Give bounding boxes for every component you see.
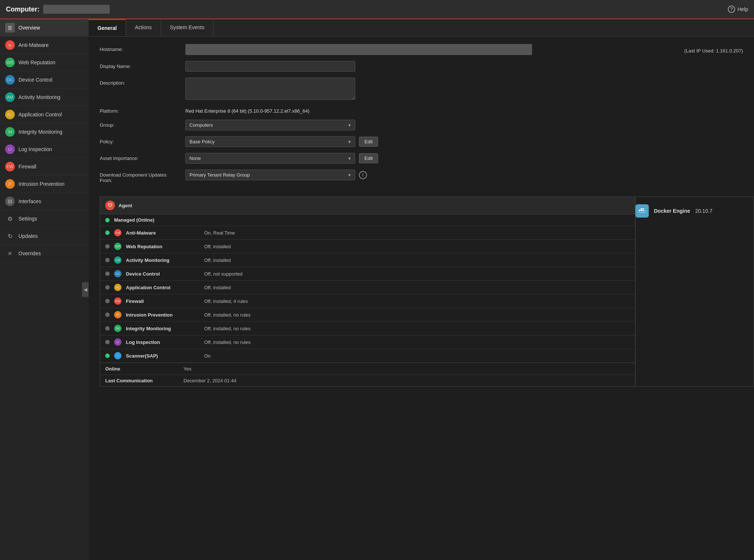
status-icon-appcontrol: AC: [114, 284, 121, 291]
webreputation-icon: WR: [5, 58, 15, 67]
group-wrap: Computers ▼: [185, 120, 743, 130]
docker-name: Docker Engine: [654, 208, 690, 214]
sidebar-item-anti-malware[interactable]: ☣ Anti-Malware: [0, 37, 89, 54]
sidebar-item-device-control[interactable]: DC Device Control: [0, 71, 89, 89]
tab-general[interactable]: General: [89, 19, 126, 36]
download-updates-label: Download Component Updates From:: [100, 170, 181, 183]
status-icon-devicecontrol: DC: [114, 270, 121, 277]
status-value-firewall: Off, installed, 4 rules: [204, 298, 248, 304]
status-row-integritymonitoring: IM Integrity Monitoring Off, installed, …: [100, 322, 635, 335]
display-name-row: Display Name:: [100, 61, 743, 72]
status-dot-loginspection: [105, 340, 110, 344]
status-icon-activitymonitoring: AM: [114, 256, 121, 264]
platform-value: Red Hat Enterprise 8 (64 bit) (5.10.0-95…: [185, 106, 309, 114]
status-value-webreputation: Off, installed: [204, 244, 231, 249]
sidebar-item-settings[interactable]: ⚙ Settings: [0, 210, 89, 228]
status-name-appcontrol: Application Control: [126, 285, 200, 290]
sidebar-item-updates[interactable]: ↻ Updates: [0, 228, 89, 245]
status-row-managed: Managed (Online): [100, 214, 635, 226]
integritymonitoring-icon: IM: [5, 127, 15, 137]
status-value-activitymonitoring: Off, installed: [204, 257, 231, 263]
sidebar-item-overrides[interactable]: ✕ Overrides: [0, 245, 89, 262]
sidebar-item-interfaces[interactable]: ⊟ Interfaces: [0, 193, 89, 210]
sidebar-item-application-control[interactable]: AC Application Control: [0, 106, 89, 123]
sidebar-item-overview[interactable]: ☰ Overview: [0, 19, 89, 37]
sidebar-item-log-inspection[interactable]: LI Log Inspection: [0, 141, 89, 158]
sidebar-label-overview: Overview: [18, 25, 40, 31]
last-ip-text: (Last IP Used: 1.161.0.207): [684, 45, 743, 54]
status-name-webreputation: Web Reputation: [126, 244, 200, 249]
sidebar-collapse-button[interactable]: ◀: [82, 282, 89, 297]
status-dot-managed: [105, 218, 110, 222]
overrides-icon: ✕: [5, 249, 15, 258]
hostname-wrap: (Last IP Used: 1.161.0.207): [185, 44, 743, 55]
platform-label: Platform:: [100, 106, 181, 114]
status-value-loginspection: Off, installed, no rules: [204, 339, 251, 345]
status-row-appcontrol: AC Application Control Off, installed: [100, 281, 635, 294]
policy-label: Policy:: [100, 136, 181, 144]
status-name-activitymonitoring: Activity Monitoring: [126, 257, 200, 263]
tab-bar: General Actions System Events: [89, 19, 754, 37]
description-label: Description:: [100, 78, 181, 86]
firewall-icon: FW: [5, 162, 15, 171]
status-dot-intrusion: [105, 313, 110, 317]
agent-icon: 🛡: [105, 201, 115, 210]
display-name-wrap: [185, 61, 743, 72]
status-row-devicecontrol: DC Device Control Off, not supported: [100, 267, 635, 281]
asset-edit-button[interactable]: Edit: [359, 153, 378, 163]
title-area: Computer:: [6, 5, 110, 14]
sidebar-label-intrusion: Intrusion Prevention: [18, 181, 65, 187]
description-row: Description:: [100, 78, 743, 100]
right-docker-panel: Docker Engine 20.10.7: [635, 197, 754, 386]
asset-importance-row: Asset Importance: None ▼ Edit: [100, 153, 743, 164]
help-button[interactable]: ? Help: [728, 6, 748, 13]
platform-row: Platform: Red Hat Enterprise 8 (64 bit) …: [100, 106, 743, 114]
sidebar-item-intrusion-prevention[interactable]: IP Intrusion Prevention: [0, 175, 89, 193]
status-row-loginspection: LI Log Inspection Off, installed, no rul…: [100, 335, 635, 349]
interfaces-icon: ⊟: [5, 197, 15, 206]
status-name-antimalware: Anti-Malware: [126, 230, 200, 236]
sidebar-item-firewall[interactable]: FW Firewall: [0, 158, 89, 175]
status-value-scanner: On: [204, 353, 210, 359]
asset-importance-select[interactable]: None: [185, 153, 355, 164]
sidebar-label-devicecontrol: Device Control: [18, 77, 52, 83]
status-row-intrusion: IP Intrusion Prevention Off, installed, …: [100, 308, 635, 322]
antimalware-icon: ☣: [5, 40, 15, 50]
policy-select[interactable]: Base Policy: [185, 136, 355, 147]
tab-system-events[interactable]: System Events: [161, 19, 213, 36]
sidebar-label-activitymonitoring: Activity Monitoring: [18, 94, 61, 100]
hostname-label: Hostname:: [100, 44, 181, 52]
download-updates-select[interactable]: Primary Tenant Relay Group: [185, 170, 355, 180]
status-icon-webreputation: WR: [114, 243, 121, 250]
group-select[interactable]: Computers: [185, 120, 355, 130]
description-textarea[interactable]: [185, 78, 355, 100]
sidebar-item-integrity-monitoring[interactable]: IM Integrity Monitoring: [0, 123, 89, 141]
tab-actions[interactable]: Actions: [126, 19, 161, 36]
last-comm-row: Last Communication December 2, 2024 01:4…: [100, 375, 635, 386]
download-updates-row: Download Component Updates From: Primary…: [100, 170, 743, 183]
status-name-devicecontrol: Device Control: [126, 271, 200, 277]
group-label: Group:: [100, 120, 181, 128]
status-name-loginspection: Log Inspection: [126, 339, 200, 345]
policy-edit-button[interactable]: Edit: [359, 137, 378, 147]
svg-rect-4: [642, 208, 644, 209]
main-layout: ☰ Overview ☣ Anti-Malware WR Web Reputat…: [0, 19, 754, 560]
status-value-integritymonitoring: Off, installed, no rules: [204, 326, 251, 331]
display-name-input[interactable]: [185, 61, 355, 72]
status-panels: 🛡 Agent Managed (Online) AM Anti-Malware…: [100, 197, 754, 387]
status-value-intrusion: Off, installed, no rules: [204, 312, 251, 318]
info-icon[interactable]: i: [359, 171, 367, 179]
content-area: General Actions System Events Hostname: …: [89, 19, 754, 560]
download-updates-wrap: Primary Tenant Relay Group ▼ i: [185, 170, 743, 180]
sidebar-item-activity-monitoring[interactable]: AM Activity Monitoring: [0, 89, 89, 106]
sidebar-label-integritymonitoring: Integrity Monitoring: [18, 129, 62, 135]
status-name-managed: Managed (Online): [114, 217, 188, 223]
devicecontrol-icon: DC: [5, 75, 15, 85]
status-icon-loginspection: LI: [114, 338, 121, 346]
status-row-antimalware: AM Anti-Malware On, Real Time: [100, 226, 635, 240]
policy-row: Policy: Base Policy ▼ Edit: [100, 136, 743, 147]
sidebar-item-web-reputation[interactable]: WR Web Reputation: [0, 54, 89, 71]
status-dot-devicecontrol: [105, 272, 110, 276]
left-status-panel: 🛡 Agent Managed (Online) AM Anti-Malware…: [100, 197, 635, 386]
sidebar-label-interfaces: Interfaces: [18, 198, 41, 204]
